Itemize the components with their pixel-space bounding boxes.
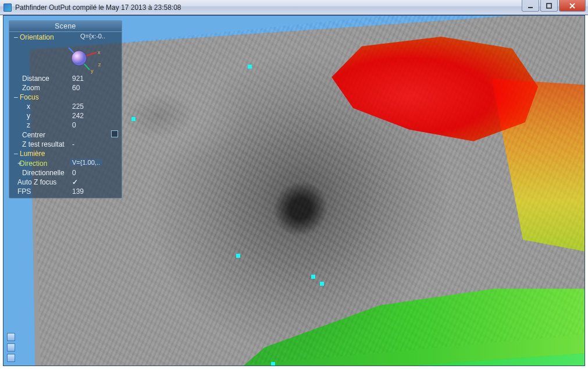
axis-x-label: x (98, 49, 101, 55)
focus-y-value[interactable]: 242 (72, 112, 118, 120)
focus-y-label: y (14, 112, 72, 120)
app-icon (3, 3, 12, 12)
svg-point-5 (72, 51, 87, 66)
ztest-value: - (72, 140, 118, 148)
fps-label: FPS (14, 187, 72, 196)
scene-panel[interactable]: Scene – Orientation Q={x:-0.. x (9, 20, 122, 198)
panel-title[interactable]: Scene (9, 21, 122, 32)
focus-z-value[interactable]: 0 (72, 121, 118, 129)
quaternion-value[interactable]: Q={x:-0.. (78, 33, 108, 40)
directionnelle-value[interactable]: 0 (72, 169, 118, 177)
corner-toolbar (7, 333, 15, 362)
autoz-value[interactable]: ✓ (72, 178, 118, 186)
distance-value[interactable]: 921 (72, 74, 118, 83)
section-lumiere[interactable]: Lumière (20, 150, 78, 158)
svg-rect-0 (528, 7, 533, 8)
autoz-label: Auto Z focus (14, 178, 72, 186)
centrer-checkbox[interactable] (111, 130, 118, 137)
centrer-label: Centrer (14, 131, 72, 139)
maximize-button[interactable] (540, 0, 558, 12)
terrain-marker[interactable] (311, 275, 315, 279)
direction-value[interactable]: V={1.00,.. (70, 159, 102, 166)
window-title: Pathfinder OutPut compilé le May 17 2013… (15, 3, 181, 12)
axis-y-label: y (91, 68, 94, 74)
corner-tool-a[interactable] (7, 333, 15, 341)
section-orientation[interactable]: Orientation (20, 33, 78, 41)
zoom-label: Zoom (14, 84, 72, 92)
collapse-icon[interactable]: – (14, 33, 20, 41)
focus-x-label: x (14, 102, 72, 111)
directionnelle-label: Directionnelle (14, 169, 72, 177)
collapse-icon[interactable]: – (14, 93, 20, 101)
terrain-marker[interactable] (320, 282, 324, 286)
corner-tool-b[interactable] (7, 343, 15, 352)
viewport[interactable]: Scene – Orientation Q={x:-0.. x (3, 15, 585, 366)
fps-value: 139 (72, 187, 118, 196)
corner-tool-c[interactable] (7, 354, 15, 362)
distance-label: Distance (14, 74, 72, 83)
expand-icon[interactable]: + (14, 159, 20, 168)
terrain-marker[interactable] (271, 362, 275, 366)
ztest-label: Z test resultat (14, 140, 72, 148)
focus-z-label: z (14, 121, 72, 129)
collapse-icon[interactable]: – (14, 150, 20, 158)
minimize-button[interactable] (522, 0, 539, 12)
axis-z-label: z (98, 62, 101, 68)
terrain-marker[interactable] (248, 65, 252, 69)
section-focus[interactable]: Focus (20, 93, 78, 101)
window-titlebar[interactable]: Pathfinder OutPut compilé le May 17 2013… (0, 0, 588, 15)
direction-label[interactable]: Direction (20, 159, 70, 168)
terrain-marker[interactable] (236, 254, 240, 258)
svg-rect-1 (547, 3, 551, 8)
zoom-value[interactable]: 60 (72, 84, 118, 92)
terrain-marker[interactable] (131, 117, 136, 121)
focus-x-value[interactable]: 225 (72, 102, 118, 111)
orientation-gizmo[interactable]: x y z (62, 42, 102, 74)
close-button[interactable] (559, 0, 586, 12)
